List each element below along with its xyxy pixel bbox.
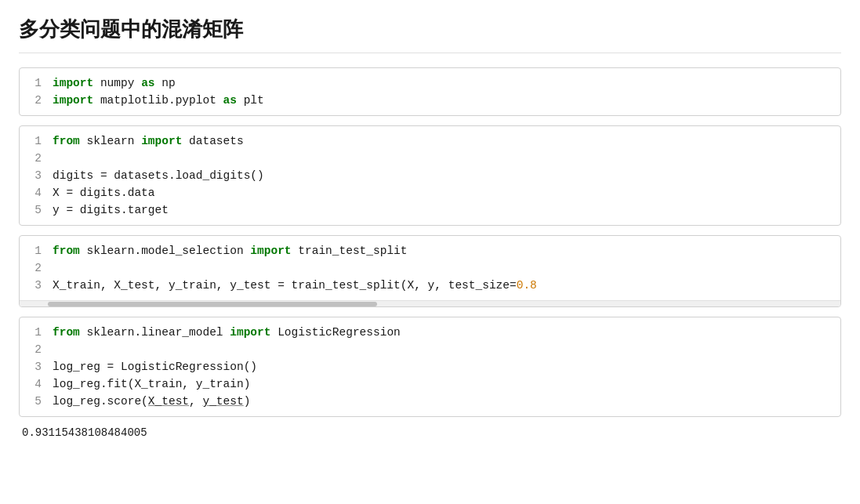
line-number: 1: [20, 324, 48, 341]
keyword-as: as: [141, 77, 154, 89]
line-number: 4: [20, 184, 48, 201]
code-line: 4 X = digits.data: [20, 184, 840, 201]
cell-output: 0.93115438108484005: [19, 426, 841, 439]
keyword-import: import: [141, 135, 182, 147]
code-cell-2: 1 from sklearn import datasets 2 3 digit…: [19, 125, 841, 226]
keyword-import: import: [230, 326, 270, 339]
line-number: 3: [20, 277, 48, 294]
line-content: X = digits.data: [48, 184, 155, 201]
code-line: 2: [20, 150, 840, 167]
line-content: import numpy as np: [48, 74, 176, 92]
underline-ytest: y_test: [202, 395, 243, 408]
line-number: 1: [20, 74, 48, 92]
line-number: 5: [20, 201, 48, 219]
line-number: 3: [20, 167, 48, 184]
keyword-as: as: [223, 94, 237, 107]
code-line: 1 from sklearn.linear_model import Logis…: [20, 324, 840, 341]
horizontal-scrollbar[interactable]: [20, 300, 840, 306]
code-line: 5 log_reg.score(X_test, y_test): [20, 393, 840, 410]
line-content: [48, 341, 60, 358]
keyword-from: from: [53, 245, 80, 257]
line-content: from sklearn import datasets: [48, 132, 244, 150]
line-number: 2: [20, 150, 48, 167]
line-number: 1: [20, 242, 48, 259]
line-number: 2: [20, 341, 48, 358]
line-content: from sklearn.model_selection import trai…: [48, 242, 408, 259]
line-content: [48, 259, 60, 277]
keyword-import: import: [250, 245, 291, 257]
line-content: digits = datasets.load_digits(): [48, 167, 264, 184]
line-content: log_reg = LogisticRegression(): [48, 358, 257, 375]
line-number: 1: [20, 132, 48, 150]
page-title: 多分类问题中的混淆矩阵: [19, 16, 841, 53]
keyword-from: from: [53, 326, 80, 339]
scrollbar-thumb[interactable]: [48, 302, 377, 306]
keyword-import: import: [53, 77, 93, 89]
code-line: 3 X_train, X_test, y_train, y_test = tra…: [20, 277, 840, 294]
code-cell-3-content: 1 from sklearn.model_selection import tr…: [20, 236, 840, 300]
code-line: 2 import matplotlib.pyplot as plt: [20, 92, 840, 109]
line-content: log_reg.score(X_test, y_test): [48, 393, 250, 410]
code-line: 1 import numpy as np: [20, 74, 840, 92]
line-content: log_reg.fit(X_train, y_train): [48, 375, 250, 393]
underline-xtest: X_test: [148, 395, 189, 408]
line-number: 2: [20, 259, 48, 277]
code-cell-4: 1 from sklearn.linear_model import Logis…: [19, 317, 841, 417]
line-number: 4: [20, 375, 48, 393]
line-content: [48, 150, 60, 167]
code-cell-3: 1 from sklearn.model_selection import tr…: [19, 235, 841, 307]
line-content: from sklearn.linear_model import Logisti…: [48, 324, 401, 341]
code-line: 4 log_reg.fit(X_train, y_train): [20, 375, 840, 393]
code-cell-2-content: 1 from sklearn import datasets 2 3 digit…: [20, 126, 840, 225]
keyword-import: import: [53, 94, 93, 107]
code-line: 3 digits = datasets.load_digits(): [20, 167, 840, 184]
line-content: y = digits.target: [48, 201, 169, 219]
code-cell-1-content: 1 import numpy as np 2 import matplotlib…: [20, 68, 840, 115]
keyword-from: from: [53, 135, 80, 147]
code-line: 2: [20, 259, 840, 277]
code-line: 1 from sklearn import datasets: [20, 132, 840, 150]
code-line: 5 y = digits.target: [20, 201, 840, 219]
code-line: 1 from sklearn.model_selection import tr…: [20, 242, 840, 259]
float-value: 0.8: [517, 279, 537, 292]
code-cell-1: 1 import numpy as np 2 import matplotlib…: [19, 67, 841, 116]
line-number: 2: [20, 92, 48, 109]
line-number: 5: [20, 393, 48, 410]
code-cell-4-content: 1 from sklearn.linear_model import Logis…: [20, 317, 840, 416]
code-line: 3 log_reg = LogisticRegression(): [20, 358, 840, 375]
line-content: X_train, X_test, y_train, y_test = train…: [48, 277, 537, 294]
line-content: import matplotlib.pyplot as plt: [48, 92, 264, 109]
line-number: 3: [20, 358, 48, 375]
code-line: 2: [20, 341, 840, 358]
